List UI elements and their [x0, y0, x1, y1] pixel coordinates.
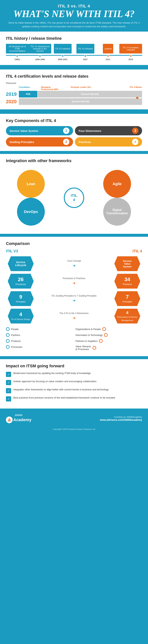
component-four-dim-label: Four Dimensions [79, 129, 101, 132]
hex-34: 34Practices [114, 274, 140, 288]
comp-right-3: 7Principles [112, 291, 142, 306]
impact-text-2: Holistic approach by focusing on value c… [13, 380, 97, 383]
num-34: 34Practices [123, 276, 132, 286]
core-concept-label: Core Concept [38, 260, 110, 262]
cert-foundation-label: Foundation [19, 86, 41, 90]
cert-master-label: ITIL 4 Master [97, 86, 142, 90]
arrow-1: ➜ [38, 263, 110, 268]
timeline-dot [16, 54, 18, 57]
comp-left-1: ServiceLifecycle [6, 256, 36, 271]
dimensions-list: People Partners Products Processes Organ… [6, 326, 142, 352]
circle-devops: DevOps [17, 198, 45, 226]
certification-section: ITIL 4 certification levels and release … [0, 70, 148, 110]
comp-right-4: 4Dimensions of Service Management [112, 309, 142, 324]
impact-item-2: ✓ Holistic approach by focusing on value… [6, 380, 142, 385]
impact-text-3: Integrates other frameworks to align bet… [13, 388, 109, 392]
history-section: ITIL history / release timeline UK devel… [0, 32, 148, 65]
digital-label: DigitalTransformation [106, 208, 128, 215]
hex-7: 7Principles [114, 291, 140, 306]
comp-left-4: 4Ps of Service Design [6, 309, 36, 324]
timeline-box: ITIL V3 released [76, 44, 94, 54]
footer-url: www.advisera.com/20000academy [100, 418, 142, 421]
arrow-3: ➜ [38, 298, 110, 303]
footer: 20000 ⛵ Academy Courtesy of: 20000Academ… [0, 410, 148, 427]
impact-item-3: ✓ Integrates other frameworks to align b… [6, 388, 142, 393]
component-guiding-badge: 2 [63, 139, 69, 145]
dim-value-streams-label: Value Streams& Processes [75, 345, 91, 350]
guiding-label: ITIL Guiding Principles to 7 Guiding Pri… [38, 294, 110, 297]
timeline-item: updated 2011 [97, 44, 120, 60]
impact-title: Impact on ITSM going forward [6, 364, 142, 368]
check-icon-2: ✓ [6, 380, 11, 385]
component-practices-badge: 4 [132, 139, 138, 145]
check-icon-4: ✓ [6, 396, 11, 402]
circles-container: Lean Agile DevOps DigitalTransformation … [6, 166, 142, 229]
component-four-dim-badge: 3 [132, 128, 138, 134]
footer-courtesy: Courtesy of: 20000Academy [100, 416, 142, 418]
hex-service-lifecycle: ServiceLifecycle [8, 256, 34, 271]
dim-info-tech-label: Information & Technology [75, 334, 102, 336]
cert-bar-2019: FEB Second Half (H2) [19, 91, 142, 98]
comp-mid-4: The 4 Ps to the 4 Dimensions ➜ [37, 312, 111, 320]
divider [0, 234, 148, 235]
itil-version: 4 [73, 198, 75, 202]
dim-icon [99, 339, 103, 343]
component-svs-label: Service Value System [10, 129, 38, 132]
timeline-box: ITIL V2 released [54, 44, 72, 54]
v4-dim-col: Organizations & People Information & Tec… [75, 326, 142, 352]
comparison-section: Comparison ITIL V3 ITIL 4 ServiceLifecyc… [0, 237, 148, 356]
hex-9: 9Principles [8, 291, 34, 306]
devops-label: DevOps [24, 210, 38, 214]
itil-label: ITIL [71, 194, 77, 198]
footer-logo-bottom: Academy [13, 418, 31, 422]
hex-4ps: 4Ps of Service Design [8, 309, 34, 324]
processes-label: Processes to Practices [38, 277, 110, 280]
dim-people: People [6, 326, 73, 332]
dim-info-tech: Information & Technology [75, 332, 142, 338]
dim-icon [6, 345, 10, 349]
dim-products: Products [6, 338, 73, 344]
impact-text-4: Best practices from previous versions of… [13, 396, 115, 400]
timeline-items: UK develops set of ITSM recommendations … [6, 44, 142, 60]
footer-logo-icon: ⛵ [6, 416, 12, 423]
dim-value-streams: Value Streams& Processes [75, 344, 142, 352]
footer-logo-row: ⛵ Academy [6, 416, 31, 423]
impact-item-4: ✓ Best practices from previous versions … [6, 396, 142, 402]
integration-section: Integration with other frameworks Lean A… [0, 154, 148, 234]
dim-icon [6, 339, 10, 343]
timeline-year: 1989-1996 [35, 58, 45, 60]
header: ITIL 3 vs. ITIL 4 What's New With ITIL 4… [0, 0, 148, 30]
comparison-row-1: ServiceLifecycle Core Concept ➜ ServiceV… [6, 256, 142, 271]
comparison-row-2: 26Processes Processes to Practices ➜ 34P… [6, 274, 142, 288]
comp-mid-3: ITIL Guiding Principles to 7 Guiding Pri… [37, 294, 111, 303]
history-title: ITIL history / release timeline [6, 36, 142, 41]
dim-partners-suppliers: Partners & Suppliers [75, 338, 142, 344]
num-7: 7Principles [123, 294, 132, 303]
header-subtitle: ITIL 3 vs. ITIL 4 [7, 4, 141, 8]
hex-26: 26Processes [8, 274, 34, 288]
component-svs-badge: 1 [63, 128, 69, 134]
footer-logo: 20000 ⛵ Academy [6, 414, 31, 423]
cert-year-2020: 2020 [6, 99, 19, 104]
circle-lean: Lean [17, 170, 45, 198]
agile-label: Agile [113, 182, 122, 186]
cert-master-dot [136, 97, 138, 99]
timeline-dot [130, 54, 132, 57]
timeline-year: 2011 [106, 58, 110, 60]
circle-agile: Agile [103, 170, 131, 198]
dim-people-label: People [11, 328, 18, 330]
timeline-item: UK develops set of ITSM recommendations … [6, 44, 29, 60]
circle-itil-center: ITIL 4 [64, 188, 84, 208]
impact-section: Impact on ITSM going forward ✓ Modernize… [0, 359, 148, 408]
timeline-year: 1980s [14, 58, 20, 60]
comp-left-3: 9Principles [6, 291, 36, 306]
comp-right-2: 34Practices [112, 274, 142, 288]
component-guiding: Guiding Principles 2 [6, 137, 73, 146]
comparison-row-4: 4Ps of Service Design The 4 Ps to the 4 … [6, 309, 142, 324]
dim-processes: Processes [6, 344, 73, 350]
v4-header: ITIL 4 [133, 249, 142, 253]
comparison-row-3: 9Principles ITIL Guiding Principles to 7… [6, 291, 142, 306]
comp-mid-2: Processes to Practices ➜ [37, 277, 111, 285]
circle-digital: DigitalTransformation [103, 198, 131, 226]
dim-icon [6, 333, 10, 337]
